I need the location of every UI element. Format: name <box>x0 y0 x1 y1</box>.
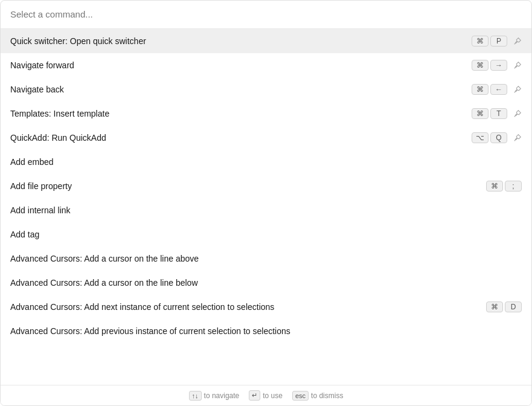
use-hint: ↵ to use <box>249 390 283 401</box>
shortcut: ⌘P <box>472 36 507 47</box>
shortcut: ⌘; <box>486 181 522 192</box>
key-badge: ; <box>505 181 522 192</box>
command-right: ⌘T <box>472 108 522 119</box>
pin-icon[interactable] <box>513 37 522 45</box>
svg-line-1 <box>514 68 516 69</box>
command-list: Quick switcher: Open quick switcher⌘P Na… <box>1 29 531 385</box>
shortcut: ⌘D <box>486 301 522 312</box>
command-label: Add embed <box>10 157 54 167</box>
key-badge: ⌘ <box>472 60 489 71</box>
pin-icon[interactable] <box>513 85 522 94</box>
command-right: ⌘P <box>472 36 522 47</box>
command-item[interactable]: Templates: Insert template⌘T <box>1 102 531 126</box>
svg-line-4 <box>514 140 516 141</box>
pin-icon[interactable] <box>513 109 522 118</box>
dismiss-label: to dismiss <box>311 392 343 400</box>
command-item[interactable]: Advanced Cursors: Add a cursor on the li… <box>1 271 531 295</box>
pin-icon[interactable] <box>513 134 522 142</box>
command-item[interactable]: Quick switcher: Open quick switcher⌘P <box>1 29 531 53</box>
command-label: Add internal link <box>10 205 71 215</box>
command-label: Advanced Cursors: Add a cursor on the li… <box>10 254 199 263</box>
key-badge: ⌘ <box>472 108 489 119</box>
svg-line-0 <box>514 44 516 45</box>
command-item[interactable]: Advanced Cursors: Add a cursor on the li… <box>1 246 531 271</box>
footer-bar: ↑↓ to navigate ↵ to use esc to dismiss <box>1 385 531 405</box>
command-item[interactable]: Add internal link <box>1 198 531 222</box>
command-label: Navigate back <box>10 85 64 94</box>
shortcut: ⌘→ <box>472 60 507 71</box>
command-label: Add tag <box>10 230 39 239</box>
key-badge: ⌘ <box>472 84 489 95</box>
command-item[interactable]: Add tag <box>1 222 531 246</box>
key-badge: ⌘ <box>486 301 503 312</box>
command-item[interactable]: Advanced Cursors: Add previous instance … <box>1 319 531 343</box>
command-right: ⌘D <box>486 301 522 312</box>
command-label: Advanced Cursors: Add previous instance … <box>10 326 290 336</box>
key-badge: → <box>490 60 507 71</box>
command-item[interactable]: Navigate forward⌘→ <box>1 53 531 77</box>
search-input[interactable] <box>10 9 522 19</box>
command-right: ⌥Q <box>472 132 522 143</box>
shortcut: ⌘T <box>472 108 507 119</box>
key-badge: P <box>490 36 507 47</box>
key-badge: D <box>505 301 522 312</box>
navigate-key: ↑↓ <box>189 391 202 401</box>
command-item[interactable]: Advanced Cursors: Add next instance of c… <box>1 295 531 319</box>
shortcut: ⌘← <box>472 84 507 95</box>
key-badge: T <box>490 108 507 119</box>
command-item[interactable]: Navigate back⌘← <box>1 77 531 102</box>
command-palette: Quick switcher: Open quick switcher⌘P Na… <box>0 0 532 406</box>
navigate-label: to navigate <box>204 392 240 400</box>
use-key: ↵ <box>249 390 260 401</box>
command-item[interactable]: Add embed <box>1 150 531 174</box>
svg-line-3 <box>514 116 516 117</box>
dismiss-hint: esc to dismiss <box>292 391 343 401</box>
command-label: QuickAdd: Run QuickAdd <box>10 133 106 143</box>
pin-icon[interactable] <box>513 61 522 69</box>
key-badge: Q <box>490 132 507 143</box>
command-item[interactable]: Add file property⌘; <box>1 174 531 198</box>
search-area <box>1 1 531 29</box>
shortcut: ⌥Q <box>472 132 507 143</box>
command-label: Advanced Cursors: Add a cursor on the li… <box>10 278 198 288</box>
key-badge: ← <box>490 84 507 95</box>
use-label: to use <box>263 392 283 400</box>
dismiss-key: esc <box>292 391 309 401</box>
command-item[interactable]: QuickAdd: Run QuickAdd⌥Q <box>1 126 531 150</box>
command-label: Quick switcher: Open quick switcher <box>10 36 146 46</box>
key-badge: ⌥ <box>472 132 489 143</box>
command-label: Add file property <box>10 181 72 191</box>
key-badge: ⌘ <box>472 36 489 47</box>
key-badge: ⌘ <box>486 181 503 192</box>
command-label: Templates: Insert template <box>10 109 109 118</box>
svg-line-2 <box>514 92 516 93</box>
command-right: ⌘; <box>486 181 522 192</box>
command-label: Navigate forward <box>10 60 74 70</box>
navigate-hint: ↑↓ to navigate <box>189 391 240 401</box>
command-label: Advanced Cursors: Add next instance of c… <box>10 302 274 312</box>
command-right: ⌘→ <box>472 60 522 71</box>
command-right: ⌘← <box>472 84 522 95</box>
